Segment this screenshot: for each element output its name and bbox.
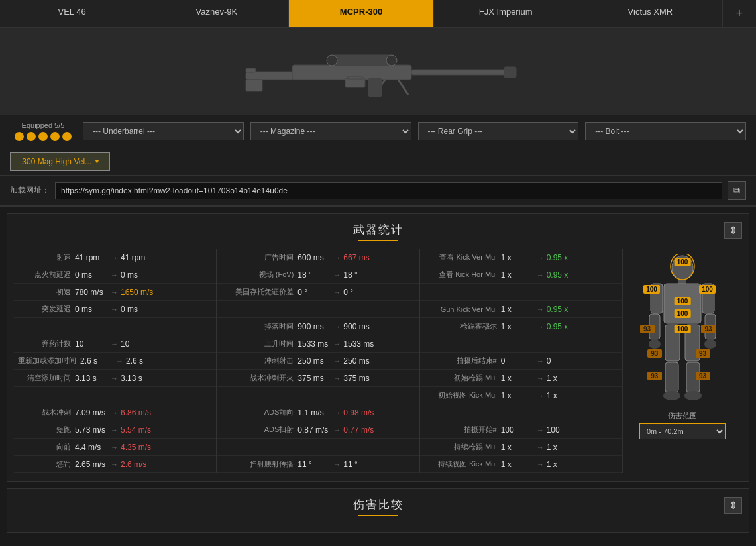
body-figure: 100 100 100 100 100 93 100 93 93 93 93 9… [636, 254, 729, 407]
stat-val-1: 11 ° [297, 460, 331, 469]
stat-val-2: 0.95 x [547, 305, 580, 314]
tab-victus[interactable]: Victus XMR [578, 0, 723, 27]
damage-left-thigh: 93 [647, 349, 662, 358]
stat-row: 上升时间 1533 ms → 1533 ms [217, 335, 419, 353]
stat-val-1: 250 ms [297, 356, 331, 366]
svg-rect-10 [504, 67, 516, 78]
arrow-icon: → [111, 271, 118, 279]
equipped-dots [15, 132, 72, 141]
ammo-button[interactable]: .300 Mag High Vel... [10, 152, 110, 171]
stat-row: 枪踢霍穆尔 1 x → 0.95 x [420, 318, 622, 335]
damage-left-shin: 93 [647, 372, 662, 380]
stat-val-1: 0 ms [75, 305, 108, 314]
tab-fjx[interactable]: FJX Imperium [434, 0, 578, 27]
arrow-icon: → [333, 323, 341, 331]
stat-row: 清空添加时间 3.13 s → 3.13 s [14, 370, 216, 387]
tab-vel46[interactable]: VEL 46 [0, 0, 144, 27]
arrow-icon: → [111, 305, 118, 313]
arrow-icon: → [111, 254, 118, 262]
stat-row: 向前 4.4 m/s → 4.35 m/s [14, 439, 216, 456]
stat-label: 弹药计数 [18, 339, 71, 349]
stat-label: 短跑 [18, 425, 71, 435]
stat-row: 扫射腰射传播 11 ° → 11 ° [217, 456, 419, 473]
stat-row: 冲刺射击 250 ms → 250 ms [217, 353, 419, 370]
stat-val-2: 0.95 x [547, 253, 580, 262]
url-row: 加载网址： ⧉ [0, 176, 756, 207]
arrow-icon: → [111, 340, 118, 348]
arrow-icon: → [333, 461, 341, 468]
arrow-icon: → [537, 305, 544, 313]
arrow-icon: → [111, 443, 118, 451]
stat-row-empty [420, 284, 622, 301]
url-input[interactable] [55, 182, 722, 199]
arrow-icon: → [333, 340, 341, 348]
stat-label: 视场 (FoV) [221, 270, 294, 280]
stat-val-2: 1 x [547, 391, 580, 400]
stat-val-2: 1 x [547, 460, 580, 469]
stat-val-1: 0 [501, 356, 534, 366]
arrow-icon: → [537, 254, 544, 262]
stats-collapse-btn[interactable]: ⇕ [724, 222, 742, 239]
body-label: 伤害范围 [668, 411, 697, 421]
damage-abdomen: 100 [675, 325, 691, 333]
stat-label: 枪踢霍穆尔 [424, 321, 497, 331]
magazine-select[interactable]: --- Magazine --- [250, 122, 411, 140]
stat-val-2: 0.95 x [547, 322, 580, 331]
copy-button[interactable]: ⧉ [728, 181, 746, 200]
stat-row: ADS扫射 0.87 m/s → 0.77 m/s [217, 421, 419, 439]
tab-add[interactable]: + [723, 0, 756, 27]
stat-val-2: 667 ms [343, 253, 376, 262]
bolt-select[interactable]: --- Bolt --- [585, 122, 746, 140]
rear-grip-select[interactable]: --- Rear Grip --- [418, 122, 579, 140]
dot-1 [15, 132, 24, 141]
stat-row: 初始枪踢 Mul 1 x → 1 x [420, 370, 622, 387]
stat-row-empty [14, 387, 216, 404]
stat-label: 向前 [18, 442, 71, 452]
tab-vaznev[interactable]: Vaznev-9K [144, 0, 289, 27]
damage-right-arm: 100 [699, 285, 716, 294]
damage-collapse-btn[interactable]: ⇕ [724, 497, 742, 514]
arrow-icon: → [537, 357, 544, 365]
svg-point-22 [704, 339, 716, 349]
stat-label: 广告时间 [221, 252, 294, 262]
stat-row: 短跑 5.73 m/s → 5.54 m/s [14, 421, 216, 439]
arrow-icon: → [537, 323, 544, 331]
svg-rect-1 [246, 68, 256, 72]
underbarrel-select[interactable]: --- Underbarrel --- [83, 122, 244, 140]
stat-val-1: 1 x [501, 443, 534, 452]
stat-label: 查看 Kick Hor Mul [424, 270, 497, 280]
stat-row: 查看 Kick Hor Mul 1 x → 0.95 x [420, 266, 622, 284]
arrow-icon: → [333, 288, 341, 296]
arrow-icon: → [333, 409, 341, 417]
svg-rect-9 [411, 70, 511, 75]
stat-label: 初速 [18, 287, 71, 297]
arrow-icon: → [111, 374, 118, 382]
stat-label: 掉落时间 [221, 321, 294, 331]
body-damage-col: 100 100 100 100 100 93 100 93 93 93 93 9… [623, 249, 742, 473]
range-select[interactable]: 0m - 70.2m 70.2m - 100m 100m+ [639, 423, 726, 439]
stat-row: 广告时间 600 ms → 667 ms [217, 249, 419, 266]
stat-val-1: 1 x [501, 374, 534, 383]
stat-val-1: 100 [501, 425, 534, 435]
svg-point-28 [684, 391, 702, 400]
svg-point-21 [649, 339, 661, 349]
tab-mcpr300[interactable]: MCPR-300 [289, 0, 433, 27]
stat-row-empty [217, 439, 419, 456]
arrow-icon: → [537, 426, 544, 434]
stat-row-empty [14, 318, 216, 335]
arrow-icon: → [537, 392, 544, 400]
stat-val-2: 10 [121, 339, 154, 349]
stat-row: 弹药计数 10 → 10 [14, 335, 216, 353]
damage-left-arm: 100 [643, 285, 660, 294]
stat-row-empty [217, 301, 419, 318]
stat-row: 初速 780 m/s → 1650 m/s [14, 284, 216, 301]
arrow-icon: → [333, 357, 341, 365]
arrow-icon: → [537, 461, 544, 468]
arrow-icon: → [116, 357, 123, 365]
stat-val-1: 375 ms [297, 374, 331, 383]
stat-val-2: 0.77 m/s [343, 425, 376, 435]
damage-section: 伤害比较 ⇕ [7, 488, 749, 533]
stat-val-1: 3.13 s [75, 374, 108, 383]
svg-rect-2 [246, 80, 262, 91]
stat-val-1: 41 rpm [75, 253, 108, 262]
